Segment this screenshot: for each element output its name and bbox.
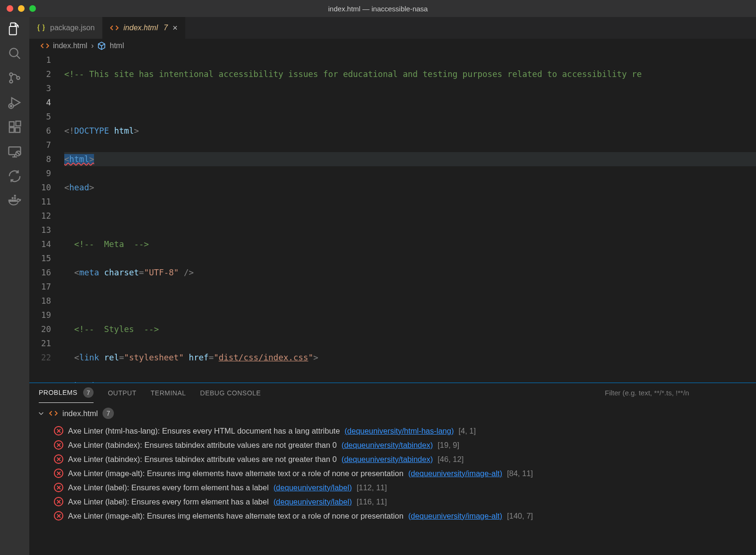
problem-message: Axe Linter (tabindex): Ensures tabindex … [68, 455, 337, 464]
error-icon: ✕ [54, 469, 63, 478]
problem-link[interactable]: (dequeuniversity/tabindex) [342, 441, 433, 449]
json-file-icon [37, 24, 45, 32]
editor-tab-bar: package.json index.html 7 × [29, 17, 756, 39]
svg-point-1 [9, 48, 18, 57]
svg-rect-24 [12, 197, 14, 199]
panel-tab-bar: PROBLEMS 7 OUTPUT TERMINAL DEBUG CONSOLE [29, 383, 756, 403]
window: index.html — inaccessible-nasa [0, 0, 756, 555]
svg-rect-26 [14, 195, 16, 197]
html-file-icon [110, 24, 119, 32]
error-icon: ✕ [54, 454, 63, 464]
tab-label: package.json [50, 24, 94, 32]
problem-location: [84, 11] [507, 469, 533, 478]
problems-count-badge: 7 [83, 387, 94, 398]
svg-line-2 [17, 56, 20, 59]
bottom-panel: PROBLEMS 7 OUTPUT TERMINAL DEBUG CONSOLE… [29, 383, 756, 555]
svg-point-8 [10, 105, 12, 107]
search-icon[interactable] [8, 46, 22, 60]
svg-rect-0 [9, 26, 17, 35]
svg-point-5 [17, 77, 19, 79]
problem-message: Axe Linter (label): Ensures every form e… [68, 483, 269, 492]
tab-output[interactable]: OUTPUT [108, 384, 137, 401]
svg-rect-12 [9, 122, 14, 127]
code-editor[interactable]: 12345678910111213141516171819202122 <!--… [29, 53, 756, 383]
problem-link[interactable]: (dequeuniversity/html-has-lang) [344, 427, 454, 435]
breadcrumb[interactable]: index.html › html [29, 39, 756, 53]
html-file-icon [49, 409, 58, 418]
problem-location: [46, 12] [438, 455, 464, 464]
problem-message: Axe Linter (tabindex): Ensures tabindex … [68, 441, 337, 450]
error-icon: ✕ [54, 426, 63, 435]
problems-list[interactable]: index.html 7 ✕Axe Linter (html-has-lang)… [29, 403, 756, 555]
code-content[interactable]: <!-- This site has intentional accessibi… [54, 53, 756, 383]
extensions-icon[interactable] [8, 120, 22, 134]
error-icon: ✕ [54, 440, 63, 450]
close-icon[interactable]: × [172, 24, 178, 32]
problem-message: Axe Linter (image-alt): Ensures img elem… [68, 512, 404, 521]
run-debug-icon[interactable] [8, 95, 22, 110]
window-controls [0, 5, 36, 12]
chevron-down-icon [38, 410, 44, 417]
title-bar[interactable]: index.html — inaccessible-nasa [0, 0, 756, 17]
problem-location: [4, 1] [458, 427, 476, 435]
problems-file-row[interactable]: index.html 7 [38, 406, 756, 424]
chevron-right-icon: › [91, 42, 94, 50]
svg-rect-13 [9, 128, 14, 132]
problem-location: [19, 9] [438, 441, 459, 450]
problem-message: Axe Linter (image-alt): Ensures img elem… [68, 469, 404, 478]
tab-problems[interactable]: PROBLEMS 7 [39, 383, 94, 403]
problem-item[interactable]: ✕Axe Linter (tabindex): Ensures tabindex… [38, 452, 756, 466]
problem-link[interactable]: (dequeuniversity/image-alt) [408, 512, 502, 520]
line-gutter: 12345678910111213141516171819202122 [29, 53, 54, 383]
svg-line-11 [13, 104, 13, 105]
breadcrumb-file[interactable]: index.html [53, 42, 87, 50]
problem-link[interactable]: (dequeuniversity/image-alt) [408, 469, 502, 478]
svg-point-3 [9, 73, 12, 76]
svg-point-4 [9, 80, 12, 83]
source-control-icon[interactable] [8, 71, 22, 85]
problem-message: Axe Linter (html-has-lang): Ensures ever… [68, 427, 340, 435]
tab-label: index.html [123, 24, 158, 32]
file-problem-count: 7 [103, 408, 114, 419]
html-file-icon [41, 42, 49, 50]
problem-link[interactable]: (dequeuniversity/label) [274, 483, 352, 492]
problems-filter [605, 389, 747, 397]
svg-rect-15 [16, 121, 21, 126]
error-icon: ✕ [54, 483, 63, 492]
problem-link[interactable]: (dequeuniversity/tabindex) [342, 455, 433, 463]
problem-item[interactable]: ✕Axe Linter (label): Ensures every form … [38, 495, 756, 509]
tab-package-json[interactable]: package.json [29, 17, 103, 39]
tab-index-html[interactable]: index.html 7 × [103, 17, 185, 39]
docker-icon[interactable] [8, 194, 22, 208]
live-share-icon[interactable] [8, 169, 22, 183]
tab-terminal[interactable]: TERMINAL [151, 384, 186, 401]
error-icon: ✕ [54, 497, 63, 506]
problem-item[interactable]: ✕Axe Linter (label): Ensures every form … [38, 480, 756, 495]
symbol-icon [97, 42, 106, 50]
svg-rect-14 [15, 128, 20, 132]
minimize-window-icon[interactable] [18, 5, 25, 12]
problem-item[interactable]: ✕Axe Linter (image-alt): Ensures img ele… [38, 509, 756, 523]
code-text: <!-- This site has intentional accessibi… [64, 69, 642, 79]
problem-link[interactable]: (dequeuniversity/label) [274, 497, 352, 506]
problem-message: Axe Linter (label): Ensures every form e… [68, 497, 269, 506]
problem-location: [116, 11] [357, 497, 387, 506]
activity-bar [0, 17, 29, 555]
problem-item[interactable]: ✕Axe Linter (tabindex): Ensures tabindex… [38, 438, 756, 452]
window-title: index.html — inaccessible-nasa [0, 5, 756, 13]
remote-explorer-icon[interactable] [8, 145, 22, 159]
problem-item[interactable]: ✕Axe Linter (image-alt): Ensures img ele… [38, 466, 756, 480]
close-window-icon[interactable] [7, 5, 13, 12]
problem-item[interactable]: ✕Axe Linter (html-has-lang): Ensures eve… [38, 424, 756, 438]
error-icon: ✕ [54, 511, 63, 521]
tab-problem-badge: 7 [163, 24, 168, 32]
svg-line-10 [9, 104, 9, 105]
filter-input[interactable] [605, 389, 747, 397]
tab-debug-console[interactable]: DEBUG CONSOLE [200, 384, 261, 401]
explorer-icon[interactable] [8, 22, 22, 36]
problem-location: [140, 7] [507, 512, 533, 521]
maximize-window-icon[interactable] [29, 5, 36, 12]
svg-rect-25 [14, 197, 16, 199]
breadcrumb-symbol[interactable]: html [110, 42, 124, 50]
problem-location: [112, 11] [357, 483, 387, 492]
